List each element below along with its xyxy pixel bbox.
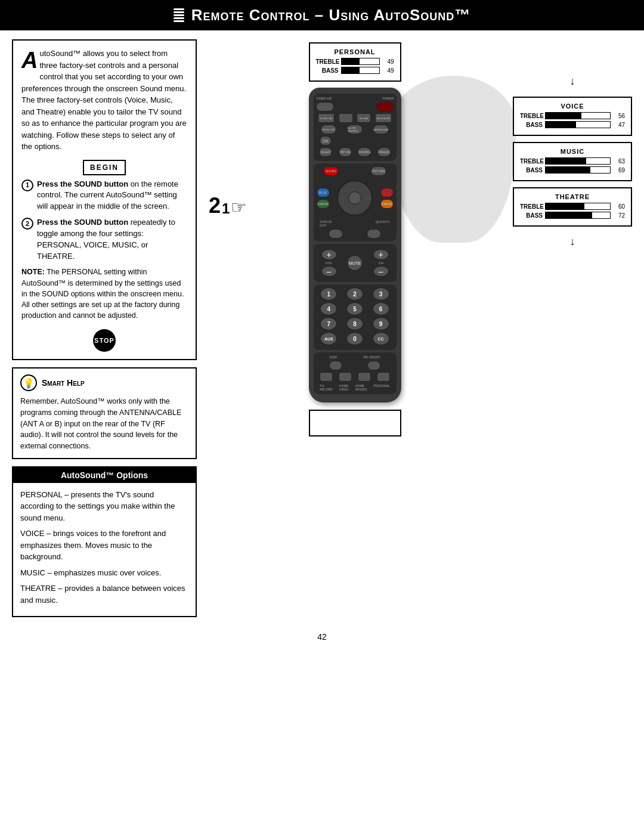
source-button[interactable]: SOURCE: [358, 147, 371, 157]
page-number: 42: [0, 626, 644, 648]
voice-panel-title: VOICE: [520, 103, 625, 110]
num-9-button[interactable]: 9: [373, 317, 389, 330]
ch-plus-button[interactable]: +: [373, 249, 389, 260]
personal-panel-title: PERSONAL: [316, 48, 394, 55]
personal-label: PERSONAL: [374, 384, 390, 391]
surf-label: SURF: [329, 355, 338, 359]
blue-button[interactable]: BLUE: [317, 188, 330, 197]
open-close-button[interactable]: OPEN/CLOSE: [373, 125, 389, 134]
theatre-treble-row: TREBLE 60: [520, 203, 625, 210]
pointer-hand-icon: ☞: [231, 199, 247, 216]
center-column: PERSONAL TREBLE 49 BASS 49: [206, 39, 504, 617]
remote-control: TUNER A/B POWER IN DEL SA IN-LINK: [309, 88, 401, 402]
vol-label: VOL: [325, 261, 332, 265]
num-6-button[interactable]: 6: [373, 302, 389, 315]
right-column: ↓ VOICE TREBLE 56 BASS 47 MUSIC: [513, 39, 632, 617]
ch-block: + CH –: [373, 249, 389, 277]
vol-plus-button[interactable]: +: [321, 249, 337, 260]
personal-bass-label: BASS: [316, 67, 339, 74]
theatre-bass-label: BASS: [520, 212, 543, 219]
music-treble-label: TREBLE: [520, 158, 543, 165]
picture-button[interactable]: PICTURE: [371, 166, 386, 176]
num-row-4: AUX 0 CC: [316, 332, 394, 345]
in-del-sa-button[interactable]: IN DEL SA: [318, 113, 335, 123]
surf-button[interactable]: [329, 361, 342, 370]
personal-treble-bar: [341, 58, 380, 65]
step-2-text: Press the SOUND button repeatedly to tog…: [37, 217, 187, 262]
status-exit-label: STATUS/EXIT: [320, 220, 332, 227]
theatre-treble-value: 60: [613, 203, 625, 210]
theatre-panel-title: THEATRE: [520, 193, 625, 200]
pip-on-off-label: PIP ON/OFF: [363, 355, 380, 359]
bottom-btn-4[interactable]: [377, 372, 390, 382]
vcr-record-button[interactable]: [339, 113, 353, 123]
music-panel-title: MUSIC: [520, 148, 625, 155]
theatre-treble-fill: [546, 203, 584, 209]
tuner-button[interactable]: [316, 102, 334, 112]
nav-ring[interactable]: [337, 180, 373, 216]
step-2-number: 2: [21, 218, 33, 230]
autosound-options-box: AutoSound™ Options PERSONAL – presents t…: [12, 466, 197, 618]
step-2-item: 2 Press the SOUND button repeatedly to t…: [21, 217, 187, 262]
note-text: NOTE: The PERSONAL setting within AutoSo…: [21, 267, 187, 321]
personal-panel-center: PERSONAL TREBLE 49 BASS 49: [309, 42, 401, 82]
ok-button[interactable]: OK: [320, 136, 332, 145]
music-bass-fill: [546, 167, 590, 173]
num-3-button[interactable]: 3: [373, 287, 389, 301]
num-0-button[interactable]: 0: [346, 332, 363, 345]
pip-on-off-button[interactable]: [367, 361, 380, 370]
in-link-button[interactable]: IN-LINK: [357, 113, 371, 123]
nav-center-button[interactable]: [348, 191, 361, 205]
smart-help-heading: Smart Help: [42, 378, 85, 388]
music-desc: MUSIC – emphasizes music over voices.: [20, 567, 188, 579]
in-link-source-button[interactable]: IN-LINK SOURCE: [347, 125, 363, 134]
voice-desc: VOICE – brings voices to the forefront a…: [20, 528, 188, 563]
theatre-treble-bar: [545, 203, 611, 210]
bottom-btn-2[interactable]: [339, 372, 352, 382]
sound-button[interactable]: SOUND: [323, 166, 339, 176]
step-1-indicator: 1: [222, 201, 230, 216]
home-video-label: HOMEVIDEO: [339, 384, 349, 391]
voice-treble-label: TREBLE: [520, 113, 543, 119]
status-exit-button[interactable]: [329, 229, 343, 239]
theatre-bass-fill: [546, 212, 592, 218]
num-cc-button[interactable]: CC: [373, 332, 389, 345]
num-row-2: 4 5 6: [316, 302, 394, 315]
num-7-button[interactable]: 7: [320, 317, 337, 330]
page-header: Remote Control – Using AutoSound™: [0, 0, 644, 30]
prog-list-button[interactable]: PROG LIST: [321, 125, 336, 134]
green-button[interactable]: GREEN: [317, 199, 330, 209]
mute-button[interactable]: MUTE: [347, 255, 363, 271]
voice-treble-bar: [545, 112, 611, 119]
power-button[interactable]: [376, 102, 394, 112]
freeze-button[interactable]: FREEZE: [377, 147, 391, 157]
drop-cap: A: [21, 49, 38, 72]
quick-tv-button[interactable]: [367, 229, 381, 239]
red-button[interactable]: [380, 188, 394, 197]
ch-minus-button[interactable]: –: [373, 266, 389, 277]
autosound-options-title: AutoSound™ Options: [13, 467, 196, 483]
num-5-button[interactable]: 5: [346, 302, 363, 315]
pip-on-button[interactable]: PIP ON: [339, 147, 352, 157]
personal-treble-label: TREBLE: [316, 58, 339, 65]
bottom-btn-1[interactable]: [320, 372, 333, 382]
num-2-button[interactable]: 2: [346, 287, 363, 301]
ch-label: CH: [378, 261, 383, 265]
vol-minus-button[interactable]: –: [321, 266, 337, 277]
num-4-button[interactable]: 4: [320, 302, 337, 315]
num-8-button[interactable]: 8: [346, 317, 363, 330]
orange-button[interactable]: GREEN: [380, 199, 394, 209]
num-aux-button[interactable]: AUX: [320, 332, 337, 345]
theatre-panel: THEATRE TREBLE 60 BASS 72: [513, 187, 632, 227]
bottom-btn-3[interactable]: [358, 372, 371, 382]
num-1-button[interactable]: 1: [320, 287, 337, 301]
main-content: A utoSound™ allows you to select from th…: [0, 30, 644, 626]
mute-label: MUTE: [349, 261, 361, 265]
theatre-treble-label: TREBLE: [520, 203, 543, 210]
sleep-button[interactable]: SLEEP: [319, 147, 332, 157]
bulb-icon: 💡: [20, 374, 37, 391]
inch-surr-button[interactable]: INCH SURR: [375, 113, 392, 123]
personal-bass-bar: [341, 67, 380, 74]
step-2-indicator: 2: [209, 195, 221, 216]
num-row-3: 7 8 9: [316, 317, 394, 330]
